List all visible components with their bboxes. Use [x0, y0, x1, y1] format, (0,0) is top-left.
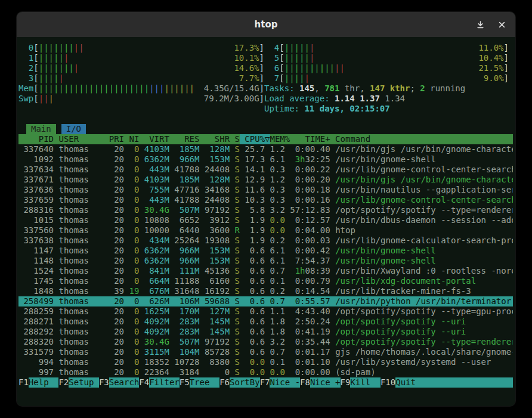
cell-ni: 0 — [124, 367, 139, 377]
cell-cpu: 0.6 — [240, 317, 265, 327]
col-header-cmd[interactable]: Command — [330, 134, 370, 144]
col-header-time[interactable]: TIME+ — [290, 134, 330, 144]
process-row[interactable]: 288271 thomas 20 0 4092M 283M 145M S 0.6… — [18, 317, 513, 327]
process-row[interactable]: 288320 thomas 20 0 30.4G 507M 97192 S 0.… — [18, 337, 513, 347]
cell-res: 10728 — [169, 357, 200, 367]
fnkey-f6[interactable]: F6SortBy — [219, 377, 259, 388]
process-row[interactable]: 337640 thomas 20 0 4103M 185M 128M S 25.… — [18, 144, 513, 154]
fnkey-f3[interactable]: F3Search — [99, 377, 139, 388]
process-row[interactable]: 337638 thomas 20 0 434M 25264 19308 S 1.… — [18, 236, 513, 246]
cell-state: S — [235, 266, 240, 276]
col-header-pid[interactable]: PID — [18, 134, 54, 144]
meter-bracket: ] — [259, 94, 264, 104]
tab-main[interactable]: Main — [26, 124, 56, 134]
text — [330, 256, 335, 266]
meter-label: 5 — [264, 53, 279, 63]
meter-bracket: [ — [33, 83, 38, 94]
meter-value: 10.4% — [478, 53, 503, 63]
meter-bar: |||79.2M/3.00G — [39, 94, 259, 104]
fnkey-label: Filter — [149, 377, 180, 388]
process-row[interactable]: 288259 thomas 20 0 1625M 170M 127M S 0.6… — [18, 306, 513, 317]
cell-res: 507M — [169, 205, 200, 215]
fnkey-f5[interactable]: F5Tree — [180, 377, 219, 388]
fnkey-label: Setup — [69, 377, 99, 388]
tab-io[interactable]: I/O — [61, 124, 86, 134]
cell-user: thomas — [58, 256, 104, 266]
text: ; — [410, 83, 420, 93]
cell-pid: 331579 — [18, 347, 54, 357]
cell-shr: 97192 — [199, 205, 230, 215]
col-header-shr[interactable]: SHR — [199, 134, 230, 144]
process-row[interactable]: 994 thomas 20 0 18352 10728 8380 S 0.0 0… — [18, 357, 513, 367]
process-row[interactable]: 1148 thomas 20 0 6362M 966M 153M S 0.6 6… — [18, 256, 513, 266]
fnkey-f4[interactable]: F4Filter — [139, 377, 179, 388]
cell-ni: 0 — [124, 256, 139, 266]
cell-time: 0:00.22 — [290, 165, 330, 175]
text — [330, 306, 335, 317]
text: 32:25 — [305, 154, 330, 164]
fnkey-f8[interactable]: F8Nice + — [300, 377, 340, 388]
cell-state: S — [235, 236, 240, 246]
col-header-pri[interactable]: PRI — [104, 134, 124, 144]
meter-bar-segment: | — [49, 94, 54, 103]
cell-pid: 337659 — [18, 195, 54, 205]
fnkey-f7[interactable]: F7Nice - — [260, 377, 300, 388]
col-header-mem[interactable]: MEM% — [270, 134, 290, 144]
cell-state: S — [235, 337, 240, 347]
fnkey-f2[interactable]: F2Setup — [58, 377, 98, 388]
process-row[interactable]: 1015 thomas 20 0 10808 6652 3912 S 1.9 0… — [18, 215, 513, 225]
text — [230, 144, 234, 154]
minimize-icon[interactable] — [476, 20, 484, 29]
cell-state: S — [235, 215, 240, 225]
col-header-res[interactable]: RES — [169, 134, 200, 144]
fnkey-f9[interactable]: F9Kill — [341, 377, 381, 388]
cell-pid: 337640 — [18, 144, 54, 154]
cell-command: /usr/bin/Xwayland :0 -rootless -nores — [335, 266, 513, 276]
cell-ni: 0 — [124, 225, 139, 236]
close-icon[interactable] — [497, 20, 506, 29]
process-row[interactable]: 288316 thomas 20 0 30.4G 507M 97192 S 5.… — [18, 205, 513, 215]
cell-command: gjs /home/thomas/.local/share/gnome-s — [335, 347, 513, 357]
process-row[interactable]: 1147 thomas 20 0 6362M 966M 153M S 0.6 6… — [18, 246, 513, 256]
cell-command: /usr/lib/xdg-document-portal — [335, 276, 513, 286]
process-row[interactable]: 337659 thomas 20 0 443M 41788 24408 S 10… — [18, 195, 513, 205]
cell-time: 0:12.57 — [290, 215, 330, 225]
text — [54, 215, 58, 225]
cell-virt: 30.4G — [139, 337, 169, 347]
cell-pid: 1092 — [18, 154, 54, 165]
cell-ni: 0 — [124, 205, 139, 215]
cell-user: thomas — [58, 165, 104, 175]
col-header-user[interactable]: USER — [58, 134, 104, 144]
process-row[interactable]: 258499 thomas 20 0 626M 106M 59688 S 0.6… — [18, 296, 513, 306]
cell-mem: 0.7 — [265, 266, 285, 276]
col-header-s[interactable]: S — [235, 134, 240, 144]
process-row[interactable]: 337634 thomas 20 0 443M 41788 24408 S 14… — [18, 165, 513, 175]
cell-state: S — [235, 317, 240, 327]
col-header-ni[interactable]: NI — [124, 134, 139, 144]
process-row[interactable]: 997 thomas 20 0 22364 3184 0 S 0.0 0.0 0… — [18, 367, 513, 377]
meter-bar-segment: |||||||||| — [284, 63, 335, 73]
cell-virt: 3115M — [139, 347, 169, 357]
text — [54, 347, 58, 357]
fnkey-f10[interactable]: F10Quit — [381, 377, 513, 388]
process-row[interactable]: 337671 thomas 20 0 4103M 185M 128M S 12.… — [18, 175, 513, 185]
cell-ni: 19 — [124, 286, 139, 296]
process-row[interactable]: 337560 thomas 20 0 10000 6440 3600 R 1.9… — [18, 225, 513, 236]
process-row[interactable]: 288292 thomas 20 0 4092M 283M 145M S 0.6… — [18, 327, 513, 337]
cell-pid: 337636 — [18, 185, 54, 195]
process-row[interactable]: 1092 thomas 20 0 6362M 966M 153M S 17.3 … — [18, 154, 513, 165]
text — [230, 306, 234, 317]
fnkey-f1[interactable]: F1Help — [18, 377, 58, 388]
table-header: PID USER PRI NI VIRT RES SHR S CPU%▽MEM%… — [18, 134, 513, 144]
cell-shr: 145M — [199, 317, 230, 327]
process-row[interactable]: 1524 thomas 20 0 841M 111M 45136 S 0.6 0… — [18, 266, 513, 276]
process-row[interactable]: 337636 thomas 20 0 755M 47716 34168 S 11… — [18, 185, 513, 195]
col-header-cpu-sorted[interactable]: CPU%▽ — [240, 134, 270, 144]
col-header-virt[interactable]: VIRT — [139, 134, 169, 144]
process-row[interactable]: 1848 thomas 39 19 676M 31648 16192 S 0.6… — [18, 286, 513, 296]
meter-bar-segment: ||| — [149, 83, 164, 93]
meter-bar-segment: ||||| — [39, 53, 64, 63]
process-row[interactable]: 1745 thomas 20 0 664M 11188 6160 S 0.6 0… — [18, 276, 513, 286]
process-row[interactable]: 331579 thomas 20 0 3115M 104M 85728 S 0.… — [18, 347, 513, 357]
titlebar[interactable]: htop — [17, 12, 515, 37]
